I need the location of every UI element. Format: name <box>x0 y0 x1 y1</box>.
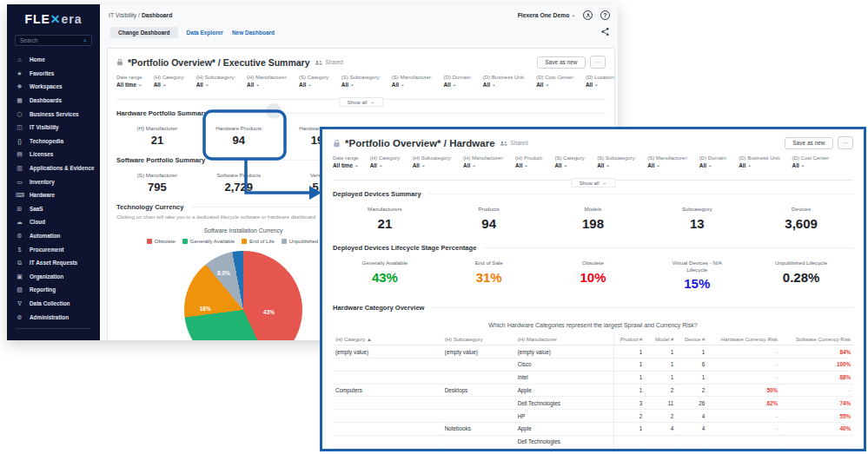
filter-value-text: All <box>515 162 522 168</box>
sidebar-item-it-asset-requests[interactable]: ⧉IT Asset Requests <box>7 256 100 270</box>
filter-d-business-unit[interactable]: (D) Business Unit:All⌄ <box>739 155 780 168</box>
change-dashboard-button[interactable]: Change Dashboard <box>110 27 178 38</box>
filter-h-subcategory[interactable]: (H) Subcategory:All⌄ <box>413 155 452 168</box>
breadcrumb[interactable]: IT Visibility / Dashboard <box>109 12 172 18</box>
filter-value: All⌄ <box>154 82 185 88</box>
filter-date-range[interactable]: Date rangeAll time⌄ <box>333 155 359 168</box>
more-options-button[interactable]: ⋯ <box>838 136 854 149</box>
sidebar-item-organization[interactable]: ▣Organization <box>7 270 100 284</box>
stat-value: 3,609 <box>749 216 853 231</box>
pie-chart[interactable]: 43% 16% 8.0% <box>184 251 302 340</box>
filter-d-cost-center[interactable]: (D) Cost Center:All⌄ <box>536 75 574 88</box>
sidebar-item-automation[interactable]: ⚙Automation <box>7 229 100 243</box>
filter-s-subcategory[interactable]: (S) Subcategory:All⌄ <box>597 155 636 168</box>
table-column-header[interactable]: (H) Subcategory <box>442 334 515 345</box>
filter-s-manufacturer[interactable]: (S) Manufacturer:All⌄ <box>647 155 688 168</box>
sidebar-item-saas[interactable]: ⊞SaaS <box>7 202 100 216</box>
table-cell: - <box>707 422 780 435</box>
stat-manufacturers: Manufacturers21 <box>333 206 437 231</box>
new-dashboard-link[interactable]: New Dashboard <box>232 30 275 36</box>
sidebar-item-licenses[interactable]: ▤Licenses <box>7 148 100 161</box>
stat-label: Subcategory <box>662 206 732 213</box>
table-cell: 1 <box>613 345 645 359</box>
filter-h-product[interactable]: (H) Product:All⌄ <box>515 155 543 168</box>
show-all-toggle[interactable]: Show all⌄ <box>339 97 383 107</box>
help-icon[interactable]: ? <box>600 10 610 20</box>
filter-date-range[interactable]: Date rangeAll time⌄ <box>116 75 142 88</box>
table-column-header[interactable]: (H) Manufacturer <box>515 334 614 345</box>
sidebar-item-favorites[interactable]: ★Favorites <box>7 67 100 81</box>
filter-h-category[interactable]: (H) Category:All⌄ <box>370 155 401 168</box>
chevron-down-icon: ⌄ <box>453 82 457 88</box>
share-icon[interactable] <box>600 27 610 36</box>
table-column-header[interactable]: (H) Category ▲ <box>333 334 442 345</box>
filter-value-text: All <box>341 82 348 88</box>
sidebar-item-workspaces[interactable]: ❖Workspaces <box>7 80 100 94</box>
filter-h-manufacturer[interactable]: (H) Manufacturer:All⌄ <box>247 75 288 88</box>
sidebar-item-administration[interactable]: ⚙Administration <box>7 310 100 324</box>
sidebar-item-reporting[interactable]: ▧Reporting <box>7 283 100 297</box>
legend-swatch <box>182 239 188 244</box>
filter-value-text: All <box>597 162 604 168</box>
filter-value-text: All <box>463 162 470 168</box>
filter-value-text: All <box>554 162 561 168</box>
filter-h-category[interactable]: (H) Category:All⌄ <box>154 75 185 88</box>
data-explorer-link[interactable]: Data Explorer <box>187 30 223 36</box>
filter-h-subcategory[interactable]: (H) Subcategory:All⌄ <box>196 75 235 88</box>
filter-d-cost-center[interactable]: (D) Cost Center:All⌄ <box>792 155 831 168</box>
search-icon: ⌕ <box>83 37 87 44</box>
table-cell <box>442 435 515 448</box>
stat-value: 31% <box>437 270 541 285</box>
filter-value: All⌄ <box>792 162 831 168</box>
sidebar-item-data-collection[interactable]: ∇Data Collection <box>7 297 100 311</box>
sidebar-item-procurement[interactable]: $Procurement <box>7 242 100 256</box>
sidebar-item-dashboards[interactable]: ▦Dashboards <box>7 94 100 108</box>
sidebar-item-technopedia[interactable]: {}Technopedia <box>7 135 100 148</box>
more-options-button[interactable]: ⋯ <box>590 56 606 69</box>
filter-s-subcategory[interactable]: (S) Subcategory:All⌄ <box>341 75 381 88</box>
filter-label: (H) Manufacturer: <box>247 75 288 80</box>
table-cell: Apple <box>515 422 614 435</box>
top-bar: IT Visibility / Dashboard Flexera One De… <box>100 4 618 26</box>
sidebar-item-inventory[interactable]: ▭Inventory <box>7 174 100 188</box>
filter-d-location[interactable]: (D) Location:All⌄ <box>586 75 615 88</box>
sidebar-item-business-services[interactable]: ⬡Business Services <box>7 107 100 121</box>
filter-d-business-unit[interactable]: (D) Business Unit:All⌄ <box>483 75 525 88</box>
section-title-software-portfolio: Software Portfolio Summary <box>116 156 205 164</box>
pie-slice-label: 43% <box>263 309 275 315</box>
tenant-selector[interactable]: Flexera One Demo⌄ <box>518 12 575 18</box>
stat-hardware-products: Hardware Products94 <box>198 125 280 147</box>
table-column-header[interactable]: Product # <box>613 334 645 345</box>
stat-label: Models <box>558 206 627 213</box>
table-column-header[interactable]: Model # <box>645 334 676 345</box>
filter-value: All time⌄ <box>116 82 142 88</box>
filter-label: (D) Business Unit: <box>483 75 525 80</box>
filter-label: Date range <box>333 155 359 161</box>
filter-s-manufacturer[interactable]: (S) Manufacturer:All⌄ <box>392 75 433 88</box>
table-column-header[interactable]: Software Currency Risk <box>780 334 853 345</box>
sidebar-item-it-visibility[interactable]: ◫IT Visibility <box>7 121 100 135</box>
filter-h-manufacturer[interactable]: (H) Manufacturer:All⌄ <box>463 155 504 168</box>
sidebar-item-applications-evidence[interactable]: ▥Applications & Evidence <box>7 161 100 175</box>
save-as-new-button[interactable]: Save as new <box>785 137 832 149</box>
filter-d-domain[interactable]: (D) Domain:All⌄ <box>699 155 727 168</box>
sidebar-search[interactable]: ⌕ <box>15 35 92 46</box>
table-column-header[interactable]: Device # <box>676 334 707 345</box>
filter-s-category[interactable]: (S) Category:All⌄ <box>299 75 330 88</box>
chevron-down-icon: ⌄ <box>747 163 752 168</box>
filter-d-domain[interactable]: (D) Domain:All⌄ <box>444 75 472 88</box>
table-cell: 1 <box>676 345 707 359</box>
stat-value: 94 <box>198 134 280 147</box>
chevron-down-icon: ⌄ <box>308 82 312 88</box>
table-column-header[interactable]: Hardware Currency Risk <box>707 334 780 345</box>
search-input[interactable] <box>20 37 83 43</box>
sidebar-item-hardware[interactable]: ⌨Hardware <box>7 188 100 202</box>
avatar-icon[interactable] <box>583 10 593 20</box>
sidebar-item-cloud[interactable]: ☁Cloud <box>7 215 100 229</box>
filter-label: (D) Cost Center: <box>536 75 574 80</box>
show-all-toggle[interactable]: Show all⌄ <box>571 178 615 188</box>
save-as-new-button[interactable]: Save as new <box>537 56 585 69</box>
filter-s-category[interactable]: (S) Category:All⌄ <box>554 155 586 168</box>
table-cell: 2 <box>613 410 645 423</box>
sidebar-item-home[interactable]: ⌂Home <box>7 53 100 67</box>
